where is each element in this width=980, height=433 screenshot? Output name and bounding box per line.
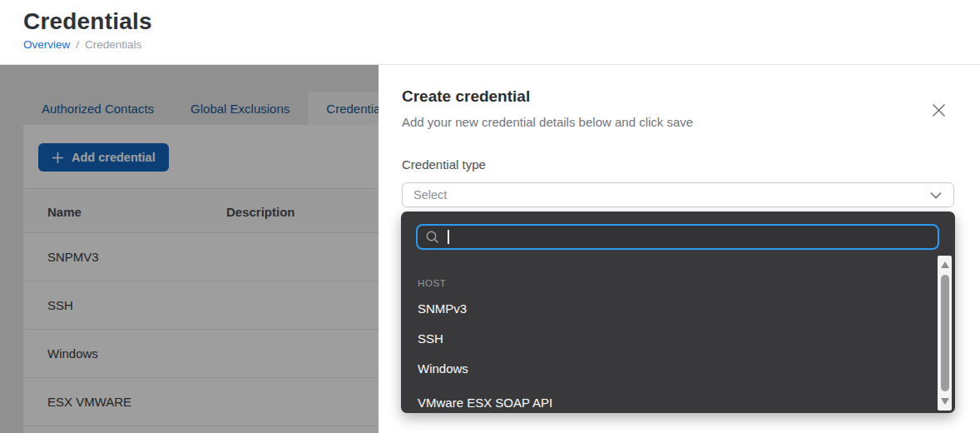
- dropdown-option-ssh[interactable]: SSH: [418, 331, 922, 348]
- credential-type-label: Credential type: [402, 157, 486, 172]
- page-header: Credentials Overview / Credentials: [0, 0, 980, 65]
- breadcrumb-current: Credentials: [85, 38, 141, 51]
- dropdown-search-input[interactable]: [416, 224, 939, 250]
- breadcrumb-separator: /: [76, 38, 79, 51]
- breadcrumb-overview-link[interactable]: Overview: [23, 38, 70, 51]
- close-panel-button[interactable]: [928, 99, 949, 121]
- chevron-down-icon: [930, 192, 942, 199]
- credential-type-dropdown: HOST SNMPv3 SSH Windows VMware ESX SOAP …: [401, 212, 955, 413]
- select-placeholder: Select: [413, 188, 447, 202]
- create-credential-panel: Create credential Add your new credentia…: [379, 65, 980, 433]
- panel-subtitle: Add your new credential details below an…: [402, 115, 693, 129]
- dropdown-scrollbar[interactable]: [938, 256, 952, 411]
- dropdown-option-snmpv3[interactable]: SNMPv3: [418, 301, 922, 318]
- dropdown-option-windows[interactable]: Windows: [418, 361, 922, 378]
- search-icon: [425, 230, 440, 245]
- credential-type-select[interactable]: Select: [402, 182, 954, 207]
- scrollbar-thumb[interactable]: [941, 275, 949, 391]
- scroll-down-arrow-icon[interactable]: [941, 398, 949, 405]
- close-icon: [932, 103, 946, 117]
- scroll-up-arrow-icon[interactable]: [941, 261, 949, 268]
- text-cursor: [448, 230, 449, 244]
- panel-title: Create credential: [402, 87, 530, 106]
- dropdown-option-vmware-esx-soap-api[interactable]: VMware ESX SOAP API: [418, 396, 922, 412]
- breadcrumb: Overview / Credentials: [23, 38, 141, 51]
- dropdown-group-label: HOST: [418, 278, 446, 288]
- workspace: Authorized Contacts Global Exclusions Cr…: [0, 65, 980, 433]
- page-title: Credentials: [23, 8, 152, 35]
